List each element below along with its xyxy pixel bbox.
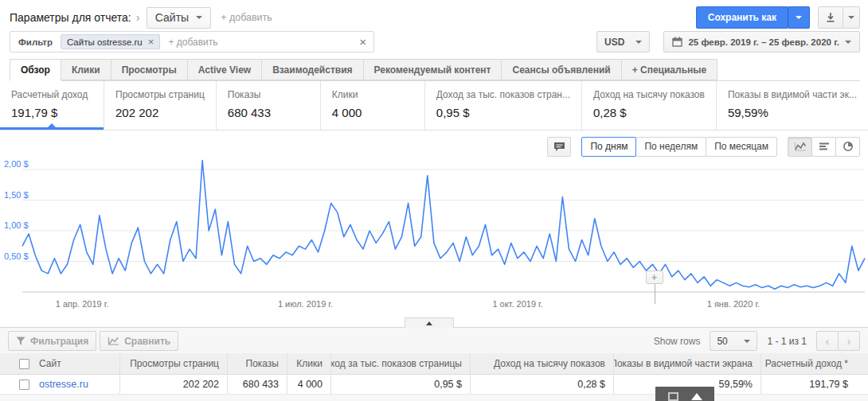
chevron-down-icon [635, 41, 642, 44]
export-group [818, 6, 860, 29]
filter-chip[interactable]: Сайты ostresse.ru × [61, 34, 160, 49]
column-header-clicks[interactable]: Клики [287, 353, 330, 374]
download-button[interactable] [818, 6, 843, 29]
metric-value: 4 000 [332, 106, 413, 119]
annotations-button[interactable] [547, 137, 571, 157]
metric-card-page-views[interactable]: Просмотры страниц202 202 [104, 81, 217, 130]
y-axis-tick: 1,00 $ [4, 220, 29, 230]
column-header-impression-rpm[interactable]: Доход на тысячу показов [470, 353, 613, 374]
pie-chart-button[interactable] [835, 137, 860, 157]
column-header-page-views[interactable]: Просмотры страниц [119, 353, 227, 374]
column-header-impressions[interactable]: Показы [227, 353, 287, 374]
tab-seansy-obyavleniy[interactable]: Сеансы объявлений [502, 59, 621, 80]
dimension-select-button[interactable]: Сайты [147, 7, 211, 29]
granularity-toggle: По днямПо неделямПо месяцам [581, 137, 777, 157]
filter-table-button[interactable]: Фильтрация [8, 331, 96, 351]
report-tabs: ОбзорКликиПросмотрыActive ViewВзаимодейс… [10, 59, 860, 81]
pagination-controls: Show rows 50 1 - 1 из 1 ‹ › [654, 331, 860, 351]
next-page-button[interactable]: › [838, 331, 860, 351]
compare-button[interactable]: Сравнить [100, 331, 178, 351]
download-icon [825, 12, 836, 23]
cell-revenue: 191,79 $ [760, 375, 868, 394]
filter-clear-icon[interactable]: × [359, 35, 366, 49]
filter-box[interactable]: Фильтр Сайты ostresse.ru × + добавить × [10, 31, 374, 53]
site-link[interactable]: ostresse.ru [39, 379, 88, 390]
report-params-label: Параметры для отчета: [10, 11, 131, 24]
filter-right: USD 25 февр. 2019 г. – 25 февр. 2020 г. [596, 31, 860, 53]
compare-label: Сравнить [124, 336, 170, 347]
tab-obzor[interactable]: Обзор [10, 59, 61, 81]
date-range-picker[interactable]: 25 февр. 2019 г. – 25 февр. 2020 г. [663, 31, 860, 53]
metric-card-viewability[interactable]: Показы в видимой части эк...59,59% [717, 81, 868, 130]
column-header-revenue[interactable]: Расчетный доход * [760, 353, 868, 374]
row-checkbox[interactable] [19, 380, 29, 390]
pie-chart-icon [843, 141, 854, 152]
metric-label: Показы [228, 89, 309, 100]
metric-value: 0,95 $ [436, 106, 570, 119]
add-dimension-link[interactable]: + добавить [221, 12, 272, 23]
column-header-page-rpm[interactable]: Доход за тыс. показов страницы [330, 353, 470, 374]
metric-card-clicks[interactable]: Клики4 000 [321, 81, 425, 130]
page-nav: ‹ › [816, 331, 860, 351]
table-panel: Фильтрация Сравнить Show rows 50 1 - 1 и… [0, 327, 868, 401]
metric-label: Показы в видимой части эк... [728, 89, 857, 100]
granularity-by-week-button[interactable]: По неделям [635, 137, 706, 157]
annotation-plus-icon: + [651, 273, 657, 282]
bar-chart-button[interactable] [811, 137, 836, 157]
annotation-marker-button[interactable]: + [646, 271, 663, 284]
column-header-viewability[interactable]: Показы в видимой части экрана [613, 353, 760, 374]
tab-kliki[interactable]: Клики [61, 59, 111, 80]
chart-plot[interactable] [22, 158, 865, 295]
metric-label: Просмотры страниц [115, 89, 205, 100]
filter-funnel-icon [16, 337, 25, 345]
filter-add-placeholder[interactable]: + добавить [168, 37, 217, 48]
overlay-shape-icon [691, 393, 702, 400]
cell-page-views: 202 202 [119, 375, 227, 394]
tab-rekomenduemyy-kontent[interactable]: Рекомендуемый контент [364, 59, 502, 80]
tab-active-view[interactable]: Active View [188, 59, 262, 80]
collapse-panel-button[interactable] [405, 317, 454, 328]
table-row: ostresse.ru202 202680 4334 0000,95 $0,28… [0, 375, 868, 395]
column-header-site[interactable]: Сайт [36, 353, 119, 374]
tab-vzaimodeystviya[interactable]: Взаимодействия [262, 59, 363, 80]
table-header-row: СайтПросмотры страницПоказыКликиДоход за… [0, 353, 868, 375]
chevron-down-icon [796, 16, 802, 19]
metric-card-estimated-revenue[interactable]: Расчетный доход191,79 $ [0, 81, 104, 130]
cell-site: ostresse.ru [36, 375, 119, 394]
prev-page-button[interactable]: ‹ [816, 331, 839, 351]
metric-card-impressions[interactable]: Показы680 433 [217, 81, 321, 130]
top-actions: Сохранить как [696, 6, 860, 29]
metric-card-impression-rpm[interactable]: Доход на тысячу показов0,28 $ [582, 81, 717, 130]
ad-report-page: Параметры для отчета: › Сайты + добавить… [0, 0, 868, 401]
rows-per-page-value: 50 [717, 336, 727, 347]
metric-value: 191,79 $ [11, 106, 92, 119]
chip-close-icon[interactable]: × [148, 37, 154, 47]
earnings-chart[interactable]: 2,00 $1,50 $1,00 $0,50 $1 апр. 2019 г.1 … [0, 158, 868, 317]
metric-card-page-rpm[interactable]: Доход за тыс. показов стран...0,95 $ [425, 81, 582, 130]
line-chart-button[interactable] [788, 137, 812, 157]
currency-value: USD [604, 37, 624, 48]
select-all-checkbox[interactable] [19, 359, 29, 369]
top-bar: Параметры для отчета: › Сайты + добавить… [0, 0, 868, 29]
x-axis-tick: 1 окт. 2019 г. [492, 299, 542, 309]
pagination-status: 1 - 1 из 1 [767, 336, 807, 347]
rows-per-page-select[interactable]: 50 [710, 331, 757, 351]
filter-chip-label: Сайты ostresse.ru [67, 37, 143, 47]
x-axis-tick: 1 янв. 2020 г. [707, 299, 760, 309]
tab-prosmotry[interactable]: Просмотры [111, 59, 188, 80]
granularity-by-day-button[interactable]: По дням [581, 137, 636, 157]
save-as-dropdown-button[interactable] [788, 6, 810, 29]
tab-spetsialnye[interactable]: + Специальные [622, 59, 718, 80]
currency-select[interactable]: USD [596, 31, 650, 53]
y-axis-tick: 1,50 $ [4, 190, 29, 200]
compare-chart-icon [108, 337, 119, 345]
row-checkbox-cell [0, 375, 36, 394]
dimension-label: Сайты [155, 11, 189, 24]
granularity-by-month-button[interactable]: По месяцам [706, 137, 777, 157]
download-dropdown-button[interactable] [843, 6, 860, 29]
chevron-right-icon: › [136, 10, 140, 24]
save-as-button[interactable]: Сохранить как [696, 6, 788, 29]
metric-value: 59,59% [728, 106, 857, 119]
cell-clicks: 4 000 [287, 375, 330, 394]
chevron-down-icon [845, 41, 851, 44]
